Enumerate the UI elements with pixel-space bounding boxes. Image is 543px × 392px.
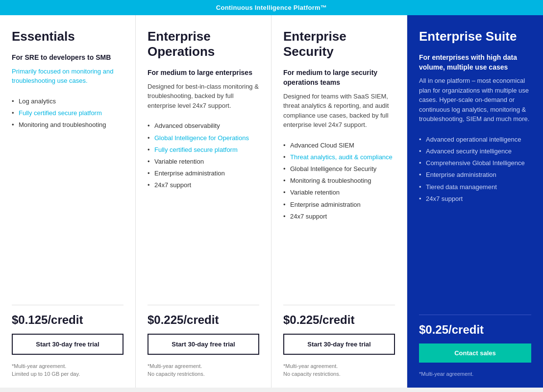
footnote-enterprise-security: *Multi-year agreement. No capacity restr… xyxy=(283,363,395,378)
divider-enterprise-operations xyxy=(148,305,259,305)
list-item: Advanced Cloud SIEM xyxy=(283,140,395,151)
features-list-essentials: Log analyticsFully certified secure plat… xyxy=(12,96,123,193)
divider-enterprise-suite xyxy=(419,315,531,315)
list-item: Enterprise administration xyxy=(419,169,531,181)
features-list-enterprise-security: Advanced Cloud SIEMThreat analytics, aud… xyxy=(283,140,395,222)
trial-button-enterprise-security[interactable]: Start 30-day free trial xyxy=(283,334,395,355)
plan-description-enterprise-security: Designed for teams with SaaS SIEM, threa… xyxy=(283,92,395,130)
list-item: Advanced security intelligence xyxy=(419,146,531,157)
contact-sales-button[interactable]: Contact sales xyxy=(419,343,531,363)
trial-button-essentials[interactable]: Start 30-day free trial xyxy=(12,334,123,355)
plan-subtitle-enterprise-operations: For medium to large enterprises xyxy=(148,68,259,78)
price-enterprise-suite: $0.25/credit xyxy=(419,323,531,337)
list-item: Variable retention xyxy=(283,187,395,198)
plan-description-enterprise-suite: All in one platform – most economical pl… xyxy=(419,76,531,124)
footnote-enterprise-operations: *Multi-year agreement. No capacity restr… xyxy=(148,363,259,378)
price-enterprise-operations: $0.225/credit xyxy=(148,313,259,327)
plan-col-essentials: EssentialsFor SRE to developers to SMBPr… xyxy=(0,15,136,388)
list-item: 24x7 support xyxy=(148,179,259,191)
plan-subtitle-essentials: For SRE to developers to SMB xyxy=(12,53,123,63)
top-bar: Continuous Intelligence Platform™ xyxy=(0,0,543,15)
footnote-essentials: *Multi-year agreement. Limited up to 10 … xyxy=(12,363,123,378)
plan-description-essentials: Primarily focused on monitoring and trou… xyxy=(12,67,123,86)
plan-col-enterprise-suite: Enterprise SuiteFor enterprises with hig… xyxy=(407,15,543,388)
plan-title-enterprise-suite: Enterprise Suite xyxy=(419,29,531,44)
features-list-enterprise-operations: Advanced observabilityGlobal Intelligenc… xyxy=(148,120,259,204)
list-item: Fully certified secure platform xyxy=(148,144,259,156)
plan-title-essentials: Essentials xyxy=(12,29,123,44)
list-item: Monitoring & troubleshooting xyxy=(283,175,395,187)
list-item: Monitoring and troubleshooting xyxy=(12,119,123,131)
trial-button-enterprise-operations[interactable]: Start 30-day free trial xyxy=(148,334,259,355)
list-item: Threat analytics, audit & compliance xyxy=(283,151,395,163)
plans-grid: EssentialsFor SRE to developers to SMBPr… xyxy=(0,15,543,388)
page-wrapper: Continuous Intelligence Platform™ Essent… xyxy=(0,0,543,388)
plan-title-enterprise-security: Enterprise Security xyxy=(283,29,395,59)
list-item: Enterprise administration xyxy=(148,168,259,179)
features-list-enterprise-suite: Advanced operational intelligenceAdvance… xyxy=(419,134,531,216)
plan-subtitle-enterprise-security: For medium to large security operations … xyxy=(283,68,395,87)
plan-description-enterprise-operations: Designed for best-in-class monitoring & … xyxy=(148,82,259,111)
plan-col-enterprise-operations: Enterprise OperationsFor medium to large… xyxy=(136,15,272,388)
divider-essentials xyxy=(12,305,123,305)
list-item: Variable retention xyxy=(148,156,259,168)
divider-enterprise-security xyxy=(283,305,395,305)
price-essentials: $0.125/credit xyxy=(12,313,123,327)
list-item: Log analytics xyxy=(12,96,123,107)
list-item: Global Intelligence for Security xyxy=(283,163,395,175)
list-item: Fully certified secure platform xyxy=(12,107,123,119)
price-enterprise-security: $0.225/credit xyxy=(283,313,395,327)
list-item: 24x7 support xyxy=(283,211,395,222)
list-item: 24x7 support xyxy=(419,193,531,205)
footnote-enterprise-suite: *Multi-year agreement. xyxy=(419,370,531,378)
list-item: Comprehensive Global Intelligence xyxy=(419,157,531,169)
list-item: Global Intelligence for Operations xyxy=(148,132,259,144)
plan-title-enterprise-operations: Enterprise Operations xyxy=(148,29,259,59)
list-item: Advanced operational intelligence xyxy=(419,134,531,146)
plan-col-enterprise-security: Enterprise SecurityFor medium to large s… xyxy=(272,15,407,388)
top-bar-label: Continuous Intelligence Platform™ xyxy=(216,4,327,11)
plan-subtitle-enterprise-suite: For enterprises with high data volume, m… xyxy=(419,53,531,72)
list-item: Advanced observability xyxy=(148,120,259,132)
list-item: Enterprise administration xyxy=(283,199,395,211)
list-item: Tiered data management xyxy=(419,181,531,193)
